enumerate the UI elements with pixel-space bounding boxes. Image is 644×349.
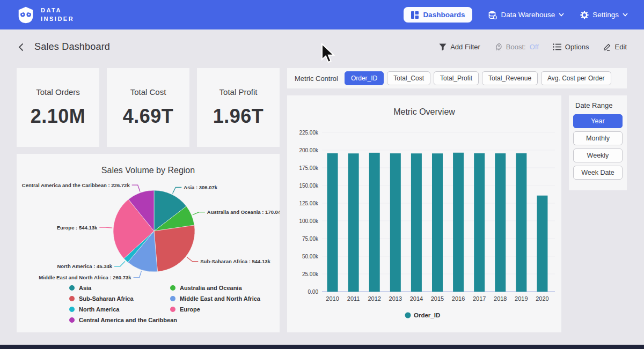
bar-2018[interactable] <box>495 153 506 292</box>
metric-chip-order-id[interactable]: Order_ID <box>345 71 384 85</box>
x-tick-label: 2015 <box>431 295 444 302</box>
chevron-down-icon <box>559 13 564 17</box>
legend-dot <box>69 317 75 323</box>
top-navbar: DATA INSIDER Dashboards Data Warehouse <box>0 0 644 29</box>
rocket-icon <box>494 43 502 51</box>
nav-settings-menu[interactable]: Settings <box>580 11 628 19</box>
boost-toggle[interactable]: Boost: Off <box>494 43 539 51</box>
bar-2010[interactable] <box>327 153 338 292</box>
metric-chip-total-revenue[interactable]: Total_Revenue <box>482 71 538 85</box>
legend-label: Australia and Oceania <box>180 285 242 291</box>
bar-2011[interactable] <box>348 153 359 292</box>
back-button[interactable] <box>17 42 25 52</box>
x-tick-label: 2010 <box>326 295 339 302</box>
add-filter-label: Add Filter <box>450 43 480 51</box>
pie-legend-asia[interactable]: Asia <box>69 285 177 291</box>
date-range-label: Date Range <box>573 101 623 109</box>
metric-chip-avg-cost-per-order[interactable]: Avg. Cost per Order <box>541 71 611 85</box>
legend-label: Asia <box>79 285 91 291</box>
legend-label: Central America and the Caribbean <box>79 317 177 323</box>
bar-2012[interactable] <box>369 153 380 292</box>
y-tick-label: 25.00k <box>302 271 319 277</box>
chevron-down-icon <box>623 13 628 17</box>
back-chevron-icon <box>17 42 25 52</box>
pie-callout-asia: Asia : 306.07k <box>184 184 218 190</box>
legend-dot <box>69 296 75 301</box>
gear-icon <box>580 11 589 19</box>
date-range-year[interactable]: Year <box>573 114 623 128</box>
nav-dashboards-button[interactable]: Dashboards <box>404 7 472 23</box>
x-tick-label: 2011 <box>347 295 360 302</box>
pie-chart[interactable]: Asia : 306.07kAustralia and Oceania : 17… <box>17 174 280 288</box>
pie-callout-sub-saharan-africa: Sub-Saharan Africa : 544.13k <box>200 258 270 264</box>
pie-callout-australia-and-oceania: Australia and Oceania : 170.04k <box>207 209 280 215</box>
pie-slice-sub-saharan-africa[interactable] <box>154 225 195 272</box>
date-range-panel: Date Range YearMonthlyWeeklyWeek Date <box>569 95 627 190</box>
options-list-icon <box>553 43 561 50</box>
metric-chip-total-profit[interactable]: Total_Profit <box>434 71 479 85</box>
pie-legend-sub-saharan-africa[interactable]: Sub-Saharan Africa <box>69 295 177 302</box>
bar-2015[interactable] <box>432 153 443 292</box>
date-range-week-date[interactable]: Week Date <box>573 166 623 180</box>
y-tick-label: 150.00k <box>299 183 319 189</box>
edit-label: Edit <box>615 43 627 51</box>
y-tick-label: 100.00k <box>299 218 319 224</box>
x-tick-label: 2020 <box>536 295 548 302</box>
bar-chart[interactable]: 225.00k200.00k175.00k150.00k125.00k100.0… <box>287 95 561 332</box>
kpi-card-total-profit: Total Profit 1.96T <box>197 68 280 147</box>
pie-callout-middle-east-and-north-africa: Middle East and North Africa : 260.73k <box>39 274 131 280</box>
pie-legend-australia-and-oceania[interactable]: Australia and Oceania <box>170 285 260 291</box>
x-tick-label: 2016 <box>452 295 465 302</box>
nav-settings-label: Settings <box>592 11 619 19</box>
edit-button[interactable]: Edit <box>603 43 627 51</box>
pie-legend-europe[interactable]: Europe <box>170 306 260 313</box>
bar-2020[interactable] <box>537 196 547 292</box>
date-range-monthly[interactable]: Monthly <box>573 131 623 145</box>
y-tick-label: 0.00 <box>308 289 319 295</box>
metric-chip-total-cost[interactable]: Total_Cost <box>387 71 430 85</box>
pie-callout-central-america-and-the-caribbean: Central America and the Caribbean : 226.… <box>22 182 130 188</box>
y-tick-label: 125.00k <box>299 201 319 206</box>
filter-funnel-icon <box>439 43 447 51</box>
y-tick-label: 50.00k <box>302 254 319 259</box>
bar-2019[interactable] <box>516 153 526 292</box>
legend-label: Sub-Saharan Africa <box>79 295 134 302</box>
bar-2013[interactable] <box>390 153 401 292</box>
options-button[interactable]: Options <box>553 43 589 51</box>
legend-label: Europe <box>180 306 200 313</box>
bar-2014[interactable] <box>411 153 422 292</box>
y-tick-label: 75.00k <box>302 236 319 242</box>
pie-legend-middle-east-and-north-africa[interactable]: Middle East and North Africa <box>170 295 260 302</box>
brand-line1: DATA <box>41 6 74 15</box>
bar-legend-item[interactable]: Order_ID <box>405 312 441 318</box>
page-title: Sales Dashboard <box>34 41 110 53</box>
y-tick-label: 200.00k <box>299 147 319 153</box>
bar-2017[interactable] <box>474 153 485 292</box>
brand-logo: DATA INSIDER <box>16 5 74 25</box>
legend-label: North America <box>79 306 119 313</box>
pie-legend-central-america-and-the-caribbean[interactable]: Central America and the Caribbean <box>69 317 177 323</box>
x-tick-label: 2012 <box>368 295 380 302</box>
bar-2016[interactable] <box>453 153 464 292</box>
add-filter-button[interactable]: Add Filter <box>439 43 480 51</box>
pie-legend-column-1: AsiaSub-Saharan AfricaNorth AmericaCentr… <box>69 285 177 323</box>
legend-dot <box>170 285 175 291</box>
kpi-value: 4.69T <box>123 105 174 128</box>
date-range-weekly[interactable]: Weekly <box>573 148 623 162</box>
metric-control-bar: Metric Control Order_IDTotal_CostTotal_P… <box>287 68 627 88</box>
nav-data-warehouse-menu[interactable]: Data Warehouse <box>488 11 564 19</box>
metric-control-buttons: Order_IDTotal_CostTotal_ProfitTotal_Reve… <box>345 71 611 85</box>
y-tick-label: 175.00k <box>299 165 319 171</box>
kpi-value: 2.10M <box>31 105 86 128</box>
database-icon <box>488 11 497 19</box>
brand-line2: INSIDER <box>41 15 74 24</box>
boost-label: Boost: <box>506 43 526 51</box>
pie-legend-north-america[interactable]: North America <box>69 306 177 313</box>
boost-value: Off <box>530 43 539 51</box>
nav-data-warehouse-label: Data Warehouse <box>501 11 555 19</box>
legend-dot <box>69 285 75 291</box>
pie-callout-europe: Europe : 544.13k <box>57 225 98 231</box>
nav-dashboards-label: Dashboards <box>423 11 465 19</box>
sales-volume-panel: Sales Volume by Region Asia : 306.07kAus… <box>17 154 280 332</box>
kpi-value: 1.96T <box>213 105 264 128</box>
